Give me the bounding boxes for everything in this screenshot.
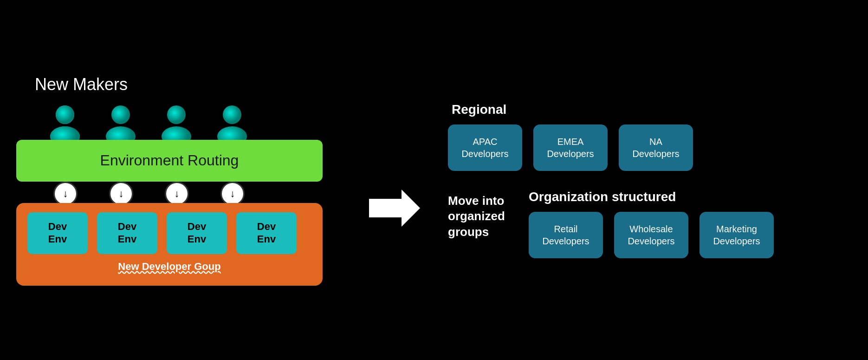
dev-env-box-4: DevEnv bbox=[236, 212, 297, 254]
retail-developers-box: RetailDevelopers bbox=[529, 212, 603, 258]
regional-title: Regional bbox=[452, 102, 852, 117]
org-title: Organization structured bbox=[529, 190, 774, 204]
left-side: New Makers bbox=[16, 75, 341, 286]
routing-label: Environment Routing bbox=[100, 152, 239, 169]
dev-group-box: DevEnv DevEnv DevEnv DevEnv New Develope… bbox=[16, 203, 323, 286]
person-icon-1 bbox=[44, 102, 86, 144]
dev-env-box-2: DevEnv bbox=[97, 212, 157, 254]
dev-env-box-1: DevEnv bbox=[27, 212, 88, 254]
dev-env-box-3: DevEnv bbox=[167, 212, 227, 254]
svg-point-8 bbox=[223, 105, 241, 124]
dev-env-text-1: DevEnv bbox=[48, 221, 67, 245]
new-makers-label: New Makers bbox=[35, 75, 128, 94]
person-icon-2 bbox=[100, 102, 142, 144]
org-section: Move into organized groups Organization … bbox=[448, 190, 852, 258]
right-side: Regional APACDevelopers EMEADevelopers N… bbox=[448, 102, 852, 258]
svg-point-4 bbox=[111, 105, 130, 124]
middle-arrow-container bbox=[369, 190, 420, 227]
arrow-circle-1: ↓ bbox=[53, 182, 78, 206]
wholesale-developers-box: WholesaleDevelopers bbox=[614, 212, 688, 258]
marketing-developers-box: MarketingDevelopers bbox=[700, 212, 774, 258]
dev-envs-row: DevEnv DevEnv DevEnv DevEnv bbox=[27, 212, 311, 254]
dev-group-label: New Developer Goup bbox=[27, 261, 311, 273]
org-boxes-row: RetailDevelopers WholesaleDevelopers Mar… bbox=[529, 212, 774, 258]
dev-env-text-2: DevEnv bbox=[118, 221, 136, 245]
person-icon-4 bbox=[211, 102, 253, 144]
regional-section: Regional APACDevelopers EMEADevelopers N… bbox=[448, 102, 852, 171]
regional-groups-row: APACDevelopers EMEADevelopers NADevelope… bbox=[448, 124, 852, 171]
apac-developers-box: APACDevelopers bbox=[448, 124, 522, 171]
na-developers-box: NADevelopers bbox=[619, 124, 693, 171]
main-container: New Makers bbox=[16, 8, 852, 352]
move-into-label: Move into organized groups bbox=[448, 190, 518, 240]
emea-developers-box: EMEADevelopers bbox=[533, 124, 608, 171]
svg-point-6 bbox=[167, 105, 186, 124]
arrow-circle-4: ↓ bbox=[220, 182, 245, 206]
dev-env-text-4: DevEnv bbox=[257, 221, 276, 245]
org-groups: Organization structured RetailDevelopers… bbox=[529, 190, 774, 258]
person-icon-3 bbox=[155, 102, 197, 144]
arrows-row: ↓ ↓ ↓ ↓ bbox=[53, 182, 245, 206]
svg-point-2 bbox=[56, 105, 74, 124]
big-right-arrow bbox=[369, 190, 420, 227]
svg-marker-10 bbox=[369, 190, 420, 227]
dev-env-text-3: DevEnv bbox=[188, 221, 206, 245]
arrow-circle-3: ↓ bbox=[165, 182, 189, 206]
routing-box: Environment Routing bbox=[16, 140, 323, 182]
arrow-circle-2: ↓ bbox=[109, 182, 133, 206]
makers-row bbox=[44, 102, 253, 144]
